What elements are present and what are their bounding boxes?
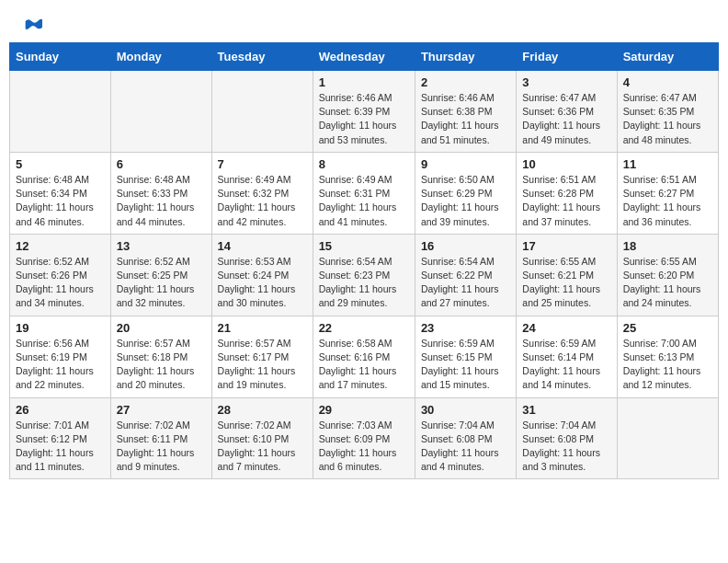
- day-info: Sunrise: 6:46 AM Sunset: 6:39 PM Dayligh…: [319, 91, 409, 147]
- weekday-header-tuesday: Tuesday: [211, 43, 313, 71]
- day-number: 11: [623, 157, 712, 171]
- day-number: 28: [218, 403, 307, 417]
- calendar-cell: 1Sunrise: 6:46 AM Sunset: 6:39 PM Daylig…: [313, 71, 415, 153]
- day-number: 5: [16, 157, 105, 171]
- day-number: 10: [522, 157, 610, 171]
- calendar-cell: 19Sunrise: 6:56 AM Sunset: 6:19 PM Dayli…: [10, 316, 111, 397]
- page-header: [0, 0, 728, 42]
- calendar-cell: 30Sunrise: 7:04 AM Sunset: 6:08 PM Dayli…: [415, 397, 516, 479]
- calendar-cell: 23Sunrise: 6:59 AM Sunset: 6:15 PM Dayli…: [415, 316, 516, 397]
- day-info: Sunrise: 6:49 AM Sunset: 6:31 PM Dayligh…: [319, 173, 409, 229]
- calendar-cell: 26Sunrise: 7:01 AM Sunset: 6:12 PM Dayli…: [10, 397, 111, 479]
- day-info: Sunrise: 6:47 AM Sunset: 6:35 PM Dayligh…: [623, 91, 712, 147]
- calendar-table: SundayMondayTuesdayWednesdayThursdayFrid…: [9, 42, 719, 479]
- day-number: 13: [117, 239, 206, 253]
- weekday-header-wednesday: Wednesday: [313, 43, 415, 71]
- day-number: 26: [16, 403, 105, 417]
- calendar-cell: 6Sunrise: 6:48 AM Sunset: 6:33 PM Daylig…: [110, 152, 211, 234]
- weekday-header-monday: Monday: [110, 43, 211, 71]
- day-info: Sunrise: 7:01 AM Sunset: 6:12 PM Dayligh…: [16, 419, 105, 475]
- day-number: 6: [117, 157, 206, 171]
- day-info: Sunrise: 7:04 AM Sunset: 6:08 PM Dayligh…: [421, 419, 510, 475]
- day-number: 23: [421, 321, 510, 335]
- calendar-cell: 22Sunrise: 6:58 AM Sunset: 6:16 PM Dayli…: [313, 316, 415, 397]
- calendar-cell: 16Sunrise: 6:54 AM Sunset: 6:22 PM Dayli…: [415, 234, 516, 316]
- day-number: 22: [319, 321, 409, 335]
- day-info: Sunrise: 6:58 AM Sunset: 6:16 PM Dayligh…: [319, 337, 409, 393]
- day-info: Sunrise: 6:48 AM Sunset: 6:33 PM Dayligh…: [117, 173, 206, 229]
- day-info: Sunrise: 6:49 AM Sunset: 6:32 PM Dayligh…: [218, 173, 307, 229]
- calendar-cell: 21Sunrise: 6:57 AM Sunset: 6:17 PM Dayli…: [211, 316, 313, 397]
- calendar-cell: 5Sunrise: 6:48 AM Sunset: 6:34 PM Daylig…: [10, 152, 111, 234]
- day-number: 30: [421, 403, 510, 417]
- day-number: 20: [117, 321, 206, 335]
- calendar-cell: 27Sunrise: 7:02 AM Sunset: 6:11 PM Dayli…: [110, 397, 211, 479]
- day-info: Sunrise: 6:50 AM Sunset: 6:29 PM Dayligh…: [421, 173, 510, 229]
- day-number: 24: [522, 321, 610, 335]
- day-number: 3: [522, 75, 610, 89]
- day-info: Sunrise: 6:47 AM Sunset: 6:36 PM Dayligh…: [522, 91, 610, 147]
- calendar-cell: [110, 71, 211, 153]
- day-number: 21: [218, 321, 307, 335]
- day-info: Sunrise: 6:54 AM Sunset: 6:22 PM Dayligh…: [421, 255, 510, 311]
- day-number: 15: [319, 239, 409, 253]
- calendar-cell: 17Sunrise: 6:55 AM Sunset: 6:21 PM Dayli…: [517, 234, 617, 316]
- calendar-week-2: 12Sunrise: 6:52 AM Sunset: 6:26 PM Dayli…: [10, 234, 719, 316]
- calendar-cell: 2Sunrise: 6:46 AM Sunset: 6:38 PM Daylig…: [415, 71, 516, 153]
- calendar-cell: [10, 71, 111, 153]
- day-info: Sunrise: 6:53 AM Sunset: 6:24 PM Dayligh…: [218, 255, 307, 311]
- day-number: 17: [522, 239, 610, 253]
- day-info: Sunrise: 6:55 AM Sunset: 6:20 PM Dayligh…: [623, 255, 712, 311]
- calendar-cell: 11Sunrise: 6:51 AM Sunset: 6:27 PM Dayli…: [617, 152, 718, 234]
- logo: [22, 17, 42, 33]
- calendar-cell: 14Sunrise: 6:53 AM Sunset: 6:24 PM Dayli…: [211, 234, 313, 316]
- calendar-cell: 28Sunrise: 7:02 AM Sunset: 6:10 PM Dayli…: [211, 397, 313, 479]
- calendar-cell: 29Sunrise: 7:03 AM Sunset: 6:09 PM Dayli…: [313, 397, 415, 479]
- day-number: 1: [319, 75, 409, 89]
- calendar-cell: 7Sunrise: 6:49 AM Sunset: 6:32 PM Daylig…: [211, 152, 313, 234]
- day-info: Sunrise: 7:04 AM Sunset: 6:08 PM Dayligh…: [522, 419, 610, 475]
- calendar-cell: 20Sunrise: 6:57 AM Sunset: 6:18 PM Dayli…: [110, 316, 211, 397]
- day-info: Sunrise: 6:51 AM Sunset: 6:28 PM Dayligh…: [522, 173, 610, 229]
- day-number: 4: [623, 75, 712, 89]
- calendar-cell: 15Sunrise: 6:54 AM Sunset: 6:23 PM Dayli…: [313, 234, 415, 316]
- day-number: 12: [16, 239, 105, 253]
- day-info: Sunrise: 6:59 AM Sunset: 6:14 PM Dayligh…: [522, 337, 610, 393]
- calendar-cell: 9Sunrise: 6:50 AM Sunset: 6:29 PM Daylig…: [415, 152, 516, 234]
- day-info: Sunrise: 6:46 AM Sunset: 6:38 PM Dayligh…: [421, 91, 510, 147]
- calendar-cell: 31Sunrise: 7:04 AM Sunset: 6:08 PM Dayli…: [517, 397, 617, 479]
- day-info: Sunrise: 6:48 AM Sunset: 6:34 PM Dayligh…: [16, 173, 105, 229]
- day-number: 29: [319, 403, 409, 417]
- day-number: 8: [319, 157, 409, 171]
- calendar-week-4: 26Sunrise: 7:01 AM Sunset: 6:12 PM Dayli…: [10, 397, 719, 479]
- calendar-container: SundayMondayTuesdayWednesdayThursdayFrid…: [0, 42, 728, 488]
- day-info: Sunrise: 6:56 AM Sunset: 6:19 PM Dayligh…: [16, 337, 105, 393]
- day-info: Sunrise: 7:00 AM Sunset: 6:13 PM Dayligh…: [623, 337, 712, 393]
- calendar-week-3: 19Sunrise: 6:56 AM Sunset: 6:19 PM Dayli…: [10, 316, 719, 397]
- calendar-cell: 18Sunrise: 6:55 AM Sunset: 6:20 PM Dayli…: [617, 234, 718, 316]
- weekday-header-saturday: Saturday: [617, 43, 718, 71]
- day-info: Sunrise: 7:02 AM Sunset: 6:10 PM Dayligh…: [218, 419, 307, 475]
- day-number: 7: [218, 157, 307, 171]
- day-number: 9: [421, 157, 510, 171]
- day-number: 2: [421, 75, 510, 89]
- day-info: Sunrise: 6:51 AM Sunset: 6:27 PM Dayligh…: [623, 173, 712, 229]
- day-number: 18: [623, 239, 712, 253]
- day-info: Sunrise: 6:54 AM Sunset: 6:23 PM Dayligh…: [319, 255, 409, 311]
- day-info: Sunrise: 7:02 AM Sunset: 6:11 PM Dayligh…: [117, 419, 206, 475]
- day-number: 16: [421, 239, 510, 253]
- calendar-header: SundayMondayTuesdayWednesdayThursdayFrid…: [10, 43, 719, 71]
- day-info: Sunrise: 6:57 AM Sunset: 6:18 PM Dayligh…: [117, 337, 206, 393]
- calendar-week-0: 1Sunrise: 6:46 AM Sunset: 6:39 PM Daylig…: [10, 71, 719, 153]
- calendar-cell: [211, 71, 313, 153]
- calendar-cell: 13Sunrise: 6:52 AM Sunset: 6:25 PM Dayli…: [110, 234, 211, 316]
- day-info: Sunrise: 6:55 AM Sunset: 6:21 PM Dayligh…: [522, 255, 610, 311]
- calendar-cell: 3Sunrise: 6:47 AM Sunset: 6:36 PM Daylig…: [517, 71, 617, 153]
- day-info: Sunrise: 6:52 AM Sunset: 6:25 PM Dayligh…: [117, 255, 206, 311]
- calendar-cell: 24Sunrise: 6:59 AM Sunset: 6:14 PM Dayli…: [517, 316, 617, 397]
- calendar-cell: 12Sunrise: 6:52 AM Sunset: 6:26 PM Dayli…: [10, 234, 111, 316]
- day-info: Sunrise: 6:59 AM Sunset: 6:15 PM Dayligh…: [421, 337, 510, 393]
- calendar-cell: 4Sunrise: 6:47 AM Sunset: 6:35 PM Daylig…: [617, 71, 718, 153]
- calendar-cell: 8Sunrise: 6:49 AM Sunset: 6:31 PM Daylig…: [313, 152, 415, 234]
- weekday-header-friday: Friday: [517, 43, 617, 71]
